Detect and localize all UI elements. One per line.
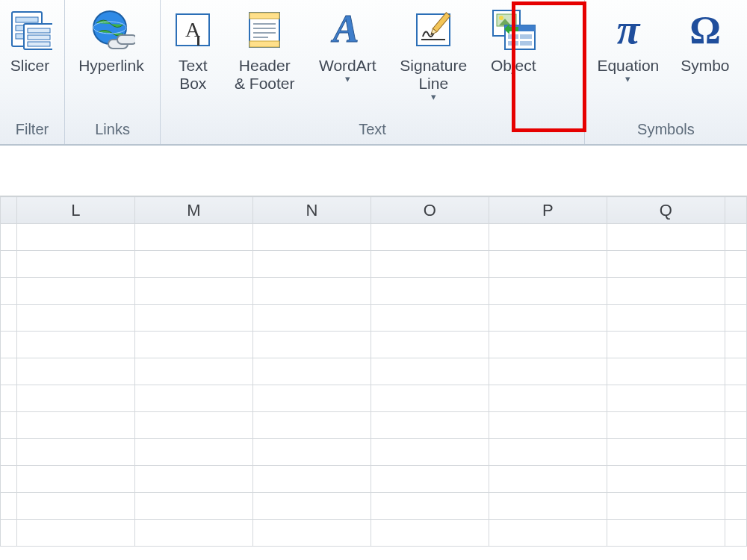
cell[interactable] <box>489 412 607 439</box>
cell[interactable] <box>134 224 252 251</box>
cell[interactable] <box>17 251 135 278</box>
cell[interactable] <box>725 305 746 332</box>
cell[interactable] <box>607 251 725 278</box>
cell[interactable] <box>371 278 489 305</box>
cell[interactable] <box>607 278 725 305</box>
cell[interactable] <box>371 358 489 385</box>
cell[interactable] <box>17 439 135 466</box>
cell[interactable] <box>252 358 371 385</box>
slicer-button[interactable]: Slicer <box>1 4 58 75</box>
col-header[interactable] <box>725 197 746 224</box>
cell[interactable] <box>17 332 135 358</box>
cell[interactable] <box>489 251 607 278</box>
cell[interactable] <box>134 412 252 439</box>
cell[interactable] <box>725 251 746 278</box>
row-stub[interactable] <box>1 305 17 332</box>
row-stub[interactable] <box>1 358 17 385</box>
cell[interactable] <box>371 466 489 493</box>
cell[interactable] <box>252 493 371 520</box>
cell[interactable] <box>371 385 489 412</box>
col-header[interactable]: L <box>17 197 135 224</box>
cell[interactable] <box>17 305 135 332</box>
cell[interactable] <box>17 358 135 385</box>
cell[interactable] <box>489 332 607 358</box>
row-stub[interactable] <box>1 251 17 278</box>
cell[interactable] <box>607 305 725 332</box>
cell[interactable] <box>607 224 725 251</box>
cell[interactable] <box>607 385 725 412</box>
cell[interactable] <box>489 278 607 305</box>
cell[interactable] <box>607 466 725 493</box>
corner-stub[interactable] <box>1 197 17 224</box>
object-button[interactable]: Object <box>477 4 549 75</box>
cell[interactable] <box>489 493 607 520</box>
cell[interactable] <box>725 493 746 520</box>
spreadsheet-grid[interactable]: L M N O P Q <box>0 196 747 547</box>
cell[interactable] <box>252 305 371 332</box>
signature-line-button[interactable]: Signature Line ▾ <box>389 4 477 100</box>
cell[interactable] <box>725 332 746 358</box>
cell[interactable] <box>607 412 725 439</box>
cell[interactable] <box>725 466 746 493</box>
cell[interactable] <box>134 466 252 493</box>
cell[interactable] <box>371 305 489 332</box>
col-header[interactable]: M <box>134 197 252 224</box>
formula-bar-area[interactable] <box>0 146 747 196</box>
cell[interactable] <box>725 224 746 251</box>
cell[interactable] <box>134 493 252 520</box>
cell[interactable] <box>725 439 746 466</box>
wordart-button[interactable]: A WordArt ▾ <box>306 4 389 82</box>
row-stub[interactable] <box>1 493 17 520</box>
equation-button[interactable]: π Equation ▾ <box>586 4 670 82</box>
cell[interactable] <box>489 385 607 412</box>
cell[interactable] <box>252 385 371 412</box>
row-stub[interactable] <box>1 520 17 547</box>
cell[interactable] <box>134 358 252 385</box>
col-header[interactable]: N <box>252 197 371 224</box>
cell[interactable] <box>489 520 607 547</box>
cell[interactable] <box>489 224 607 251</box>
cell[interactable] <box>17 385 135 412</box>
cell[interactable] <box>489 305 607 332</box>
cell[interactable] <box>371 251 489 278</box>
row-stub[interactable] <box>1 385 17 412</box>
cell[interactable] <box>252 466 371 493</box>
textbox-button[interactable]: A Text Box <box>162 4 223 93</box>
cell[interactable] <box>607 520 725 547</box>
symbol-button[interactable]: Ω Symbo <box>670 4 740 75</box>
cell[interactable] <box>725 385 746 412</box>
cell[interactable] <box>252 278 371 305</box>
cell[interactable] <box>134 332 252 358</box>
cell[interactable] <box>252 332 371 358</box>
cell[interactable] <box>134 439 252 466</box>
cell[interactable] <box>607 493 725 520</box>
cell[interactable] <box>371 332 489 358</box>
row-stub[interactable] <box>1 439 17 466</box>
cell[interactable] <box>725 278 746 305</box>
cell[interactable] <box>371 493 489 520</box>
cell[interactable] <box>607 358 725 385</box>
col-header[interactable]: Q <box>607 197 725 224</box>
cell[interactable] <box>607 439 725 466</box>
col-header[interactable]: O <box>371 197 489 224</box>
row-stub[interactable] <box>1 224 17 251</box>
cell[interactable] <box>17 278 135 305</box>
cell[interactable] <box>371 224 489 251</box>
cell[interactable] <box>134 278 252 305</box>
cell[interactable] <box>134 305 252 332</box>
cell[interactable] <box>252 412 371 439</box>
cell[interactable] <box>134 251 252 278</box>
cell[interactable] <box>17 520 135 547</box>
row-stub[interactable] <box>1 278 17 305</box>
cell[interactable] <box>607 332 725 358</box>
cell[interactable] <box>252 439 371 466</box>
cell[interactable] <box>371 439 489 466</box>
cell[interactable] <box>725 412 746 439</box>
row-stub[interactable] <box>1 466 17 493</box>
cell[interactable] <box>489 439 607 466</box>
cell[interactable] <box>17 224 135 251</box>
row-stub[interactable] <box>1 332 17 358</box>
col-header[interactable]: P <box>489 197 607 224</box>
cell[interactable] <box>17 412 135 439</box>
row-stub[interactable] <box>1 412 17 439</box>
